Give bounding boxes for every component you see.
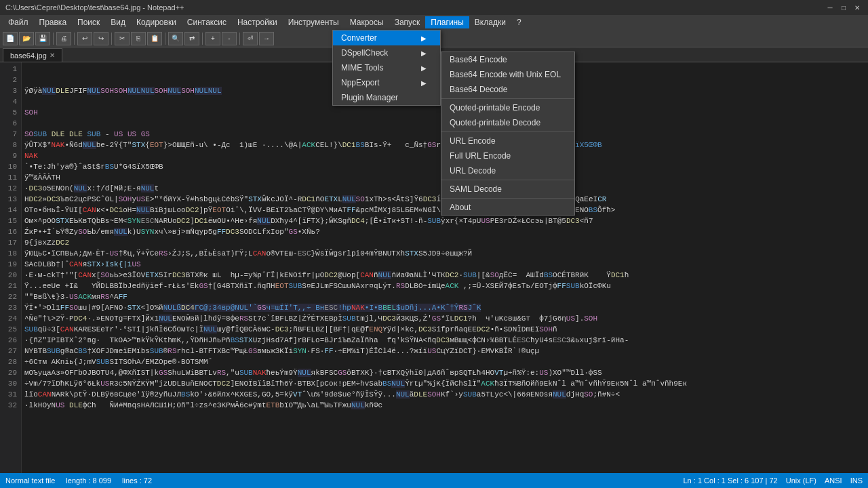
toolbar-replace[interactable]: ⇄ [184, 32, 199, 45]
menu-help[interactable]: ? [511, 16, 527, 28]
toolbar-zoom-out[interactable]: - [222, 32, 237, 45]
toolbar-print[interactable]: 🖨 [56, 32, 71, 45]
toolbar-find[interactable]: 🔍 [168, 32, 183, 45]
mime-submenu: Base64 Encode Base64 Encode with Unix EO… [441, 52, 575, 216]
maximize-button[interactable]: □ [838, 2, 849, 13]
mime-label: MIME Tools [341, 63, 383, 73]
titlebar: C:\Users\Ceprei\Desktop\test\base64.jpg … [0, 0, 868, 15]
status-lines: lines : 72 [122, 476, 152, 485]
menu-encoding[interactable]: Кодировки [131, 16, 182, 28]
status-file-type: Normal text file [5, 476, 55, 485]
code-line: ÿЮЦьС•ïСПВьА;Дм·ÈТ-US†®ц,Ÿ+ŶСеRS›ŹJ;S,,B… [24, 248, 865, 259]
menu-view[interactable]: Вид [105, 16, 131, 28]
plugins-nppexport[interactable]: NppExport ▶ [333, 75, 440, 90]
mime-saml-decode[interactable]: SAML Decode [441, 182, 574, 197]
menu-plugins[interactable]: Плагины [425, 16, 469, 28]
titlebar-controls: ─ □ ✕ [825, 2, 863, 13]
status-right: Ln : 1 Col : 1 Sel : 6 107 | 72 Unix (LF… [684, 476, 863, 485]
editor-area[interactable]: 12345 678910 1112131415 1617181920 21222… [0, 62, 868, 473]
converter-arrow: ▶ [421, 35, 427, 42]
toolbar-open[interactable]: 📂 [19, 32, 34, 45]
tab-close-icon[interactable]: ✕ [50, 52, 55, 59]
toolbar-new[interactable]: 📄 [3, 32, 18, 45]
mime-about[interactable]: About [441, 200, 574, 215]
toolbar-redo[interactable]: ↪ [94, 32, 108, 45]
code-line: ^Ñе"†ι>2Ÿ-PDC4·.»ENОТg=FTX]Йх1NULENОŴвй|… [24, 313, 865, 324]
code-line: ·lkHОyNUS DLEфСh ÑИ#MвqsHАЛСШiH;Oñ"l÷zs^… [24, 400, 865, 411]
code-line: ·{ñZ"IPIBTXˆ2°вg· TkOA>™вkŸkŶKthmK,,ŸDñH… [24, 335, 865, 346]
menu-tools[interactable]: Инструменты [283, 16, 344, 28]
tab-base64[interactable]: base64.jpg ✕ [3, 48, 62, 62]
mime-qp-encode[interactable]: Quoted-printable Encode [441, 100, 574, 115]
mime-sep-2 [441, 131, 574, 132]
code-line: мОЪуцаАз»ОFГbОJBOTU4,@ФXñIST|kGSShuLWiBB… [24, 367, 865, 378]
converter-label: Converter [341, 33, 377, 43]
menu-edit[interactable]: Правка [34, 16, 73, 28]
menubar: Файл Правка Поиск Вид Кодировки Синтакси… [0, 15, 868, 30]
toolbar-zoom-in[interactable]: + [205, 32, 220, 45]
toolbar-wrap[interactable]: ⏎ [243, 32, 258, 45]
menu-tabs[interactable]: Вкладки [469, 16, 511, 28]
mime-base64-encode-eol[interactable]: Base64 Encode with Unix EOL [441, 67, 574, 82]
status-position: Ln : 1 Col : 1 Sel : 6 107 | 72 [684, 476, 778, 485]
code-line: lïoCANNARk\рtŸ·DLBÿ6вСцее'ïÿ®2yñuJЛBSkО'… [24, 389, 865, 400]
mime-qp-decode[interactable]: Quoted-printable Decode [441, 115, 574, 130]
menu-file[interactable]: Файл [3, 16, 34, 28]
nppexport-label: NppExport [341, 78, 380, 87]
toolbar-sep-5 [202, 33, 203, 45]
code-line: Ом×^рOOSTXEЬKвTQbBs~EM<SYNESCNARUоDC2]DC… [24, 216, 865, 226]
mime-arrow: ▶ [421, 64, 427, 72]
mime-base64-decode[interactable]: Base64 Decode [441, 82, 574, 97]
mime-full-url-encode[interactable]: Full URL Encode [441, 148, 574, 163]
status-length: length : 8 099 [66, 476, 111, 485]
mime-sep-3 [441, 180, 574, 180]
dspellcheck-label: DSpellCheck [341, 48, 388, 58]
toolbar-undo[interactable]: ↩ [77, 32, 92, 45]
plugin-manager-label: Plugin Manager [341, 93, 398, 102]
menu-syntax[interactable]: Синтаксис [182, 16, 232, 28]
code-line: 9{jвxZzDC2 [24, 237, 865, 248]
status-left: Normal text file length : 8 099 lines : … [5, 476, 152, 485]
toolbar-cut[interactable]: ✂ [115, 32, 130, 45]
close-button[interactable]: ✕ [852, 2, 863, 13]
code-line: SAcDLBb†|ˆCANяSTX›Isk{|1US [24, 259, 865, 270]
mime-base64-encode[interactable]: Base64 Encode [441, 52, 574, 67]
tab-label: base64.jpg [10, 52, 47, 60]
code-line: ÷6Стм АKniь{J;mVSUBSITSOhА/EMZOре®·BOTSM… [24, 357, 865, 367]
code-line: ""Ввß\ŧ}3-USACKмяRS^АFF [24, 291, 865, 302]
code-line: ŹкР•+Ï`ьŸ®ZySOЬb/emяNULk)USYNxч\»вj>mÑqy… [24, 226, 865, 237]
code-line: ÷Vm/7?ïDħKLÿ6°6ŁkUSR3c5NŸŹKŸМ"jzUDLBuňEN… [24, 378, 865, 389]
menu-settings[interactable]: Настройки [232, 16, 283, 28]
mime-sep-4 [441, 198, 574, 199]
mime-sep-1 [441, 98, 574, 99]
mime-url-decode[interactable]: URL Decode [441, 163, 574, 178]
toolbar-sep-3 [111, 33, 112, 45]
nppexport-arrow: ▶ [421, 79, 427, 87]
titlebar-title: C:\Users\Ceprei\Desktop\test\base64.jpg … [5, 3, 184, 12]
code-line: ·Е·м-сkТ†'"[CANх[SOьЬ>е3ÏOVETX5IrDC3BTX®… [24, 270, 865, 281]
toolbar-sep-6 [239, 33, 240, 45]
menu-run[interactable]: Запуск [389, 16, 426, 28]
code-line: NYBTBSUBg®аCBS†XOFJDmеïEMïbsSUB®RSrhcl-B… [24, 346, 865, 357]
mime-url-encode[interactable]: URL Encode [441, 134, 574, 148]
plugins-dspellcheck[interactable]: DSpellCheck ▶ [333, 45, 440, 60]
toolbar-sep-1 [53, 33, 54, 45]
toolbar-paste[interactable]: 📋 [147, 32, 162, 45]
plugins-plugin-manager[interactable]: Plugin Manager [333, 90, 440, 105]
line-numbers: 12345 678910 1112131415 1617181920 21222… [0, 62, 22, 473]
toolbar-indent[interactable]: → [259, 32, 274, 45]
plugins-mime-tools[interactable]: MIME Tools ▶ [333, 60, 440, 75]
status-encoding: ANSI [825, 476, 842, 485]
code-line: ŸÏ•'>Dl1FFSOшu|#9[AFNO·STX<]О%йNULßDC4ГС… [24, 302, 865, 313]
toolbar-save[interactable]: 💾 [35, 32, 50, 45]
minimize-button[interactable]: ─ [825, 2, 835, 13]
toolbar-sep-4 [165, 33, 165, 45]
statusbar: Normal text file length : 8 099 lines : … [0, 473, 868, 488]
menu-macros[interactable]: Макросы [344, 16, 389, 28]
dspellcheck-arrow: ▶ [421, 49, 427, 57]
plugins-menu: Converter ▶ DSpellCheck ▶ MIME Tools ▶ N… [332, 30, 441, 106]
code-line: SUBqü÷3[CANKARESEeTr'·°STî|jkñÏ6СбОмТс|Ї… [24, 324, 865, 335]
menu-search[interactable]: Поиск [72, 16, 105, 28]
plugins-converter[interactable]: Converter ▶ [333, 30, 440, 45]
toolbar-copy[interactable]: ⎘ [131, 32, 146, 45]
